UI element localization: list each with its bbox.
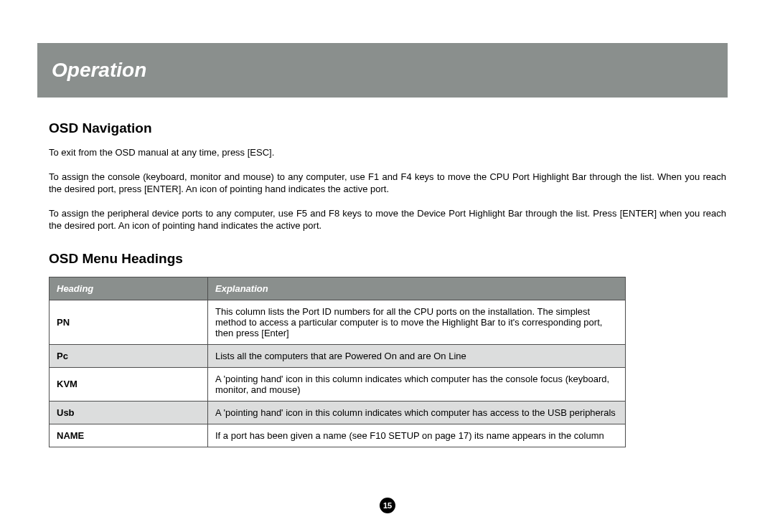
row-heading: Pc	[50, 344, 208, 367]
row-explanation: A 'pointing hand' icon in this column in…	[208, 367, 626, 401]
content-area: OSD Navigation To exit from the OSD manu…	[49, 120, 726, 447]
row-heading: NAME	[50, 424, 208, 447]
table-row: PN This column lists the Port ID numbers…	[50, 300, 626, 344]
banner-title: Operation	[52, 59, 146, 82]
row-heading: Usb	[50, 401, 208, 424]
osd-menu-table: Heading Explanation PN This column lists…	[49, 277, 626, 447]
table-row: NAME If a port has been given a name (se…	[50, 424, 626, 447]
row-heading: KVM	[50, 367, 208, 401]
table-header-explanation: Explanation	[208, 277, 626, 300]
row-heading: PN	[50, 300, 208, 344]
page-number-badge: 15	[380, 498, 395, 513]
row-explanation: If a port has been given a name (see F10…	[208, 424, 626, 447]
osd-nav-paragraph-3: To assign the peripheral device ports to…	[49, 207, 726, 232]
osd-menu-headings-heading: OSD Menu Headings	[49, 251, 726, 267]
table-header-row: Heading Explanation	[50, 277, 626, 300]
osd-nav-paragraph-2: To assign the console (keyboard, monitor…	[49, 171, 726, 196]
osd-nav-paragraph-1: To exit from the OSD manual at any time,…	[49, 146, 726, 159]
table-row: Usb A 'pointing hand' icon in this colum…	[50, 401, 626, 424]
page-number-wrap: 15	[0, 498, 775, 513]
section-banner: Operation	[37, 43, 728, 98]
table-header-heading: Heading	[50, 277, 208, 300]
osd-navigation-heading: OSD Navigation	[49, 120, 726, 136]
document-page: Operation OSD Navigation To exit from th…	[0, 0, 775, 532]
row-explanation: This column lists the Port ID numbers fo…	[208, 300, 626, 344]
table-row: KVM A 'pointing hand' icon in this colum…	[50, 367, 626, 401]
table-row: Pc Lists all the computers that are Powe…	[50, 344, 626, 367]
row-explanation: Lists all the computers that are Powered…	[208, 344, 626, 367]
row-explanation: A 'pointing hand' icon in this column in…	[208, 401, 626, 424]
